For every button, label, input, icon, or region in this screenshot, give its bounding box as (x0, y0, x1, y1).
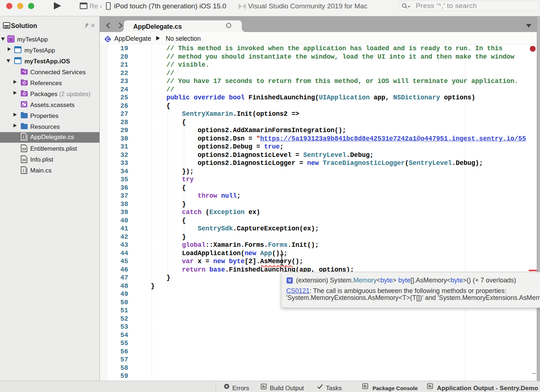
svg-text:C: C (106, 37, 109, 42)
svg-text:{}: {} (22, 135, 27, 139)
svg-text:{}: {} (22, 168, 27, 173)
